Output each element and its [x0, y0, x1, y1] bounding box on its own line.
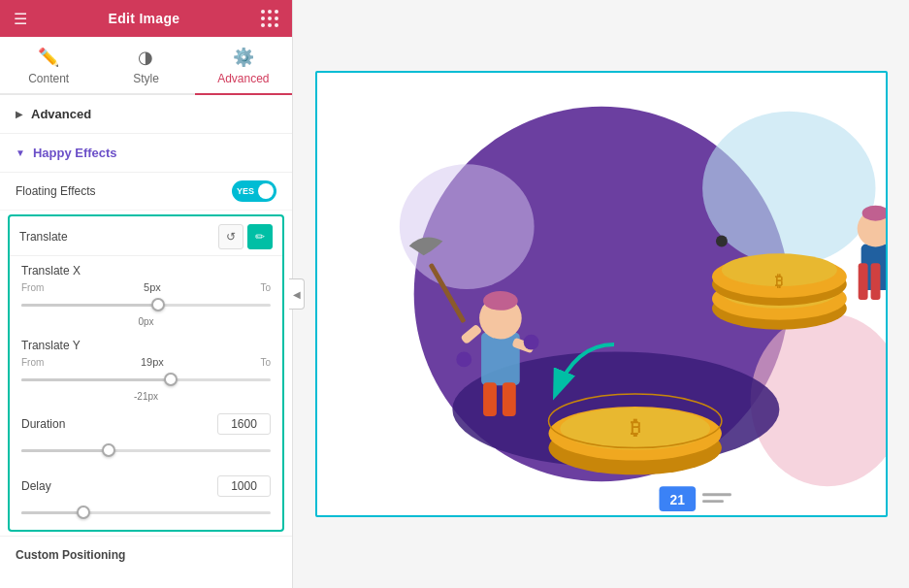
edit-icon: ✏ — [255, 230, 265, 244]
tabs-bar: ✏️ Content ◑ Style ⚙️ Advanced — [0, 37, 292, 95]
grid-icon[interactable] — [261, 10, 278, 27]
delay-thumb[interactable] — [77, 506, 90, 519]
translate-x-current: 0px — [21, 316, 271, 327]
right-area: ₿ ₿ — [293, 0, 909, 588]
svg-point-25 — [456, 351, 471, 367]
delay-track — [21, 511, 271, 514]
tab-style[interactable]: ◑ Style — [97, 37, 194, 95]
header: ☰ Edit Image — [0, 0, 292, 37]
translate-y-meta: From 19px To — [21, 356, 271, 368]
content-icon: ✏️ — [38, 47, 59, 68]
tab-content[interactable]: ✏️ Content — [0, 37, 97, 95]
happy-effects-label: Happy Effects — [33, 146, 117, 160]
advanced-section-header[interactable]: ▶ Advanced — [0, 95, 292, 134]
header-title: Edit Image — [109, 11, 180, 26]
toggle-yes-text: YES — [237, 186, 254, 196]
translate-y-thumb[interactable] — [164, 373, 178, 386]
happy-effects-chevron: ▼ — [16, 147, 25, 158]
happy-effects-header[interactable]: ▼ Happy Effects — [0, 134, 292, 173]
delay-row: Delay — [10, 468, 282, 501]
duration-label: Duration — [21, 417, 65, 431]
duration-input[interactable] — [217, 413, 271, 435]
svg-rect-37 — [870, 263, 880, 300]
translate-x-slider[interactable] — [21, 295, 271, 314]
translate-header: Translate ↺ ✏ — [10, 216, 282, 256]
translate-x-value: 5px — [144, 281, 161, 293]
advanced-icon: ⚙️ — [233, 47, 254, 68]
svg-text:₿: ₿ — [775, 273, 783, 289]
delay-slider-row — [10, 501, 282, 530]
svg-point-1 — [702, 112, 875, 266]
duration-fill — [21, 449, 109, 452]
custom-positioning-label: Custom Positioning — [16, 548, 125, 562]
translate-y-fill — [21, 378, 171, 381]
tab-content-label: Content — [28, 72, 69, 85]
floating-effects-toggle[interactable]: YES — [232, 180, 276, 202]
translate-y-section: Translate Y From 19px To -21px — [10, 331, 282, 406]
svg-rect-20 — [483, 382, 497, 416]
advanced-section-label: Advanced — [31, 107, 91, 121]
translate-y-track — [21, 378, 271, 381]
svg-point-46 — [715, 236, 727, 247]
translate-x-section: Translate X From 5px To 0px — [10, 256, 282, 331]
tab-style-label: Style — [133, 72, 159, 85]
delay-input[interactable] — [217, 475, 271, 497]
illustration-svg: ₿ ₿ — [317, 73, 886, 515]
svg-rect-36 — [858, 263, 867, 300]
svg-rect-50 — [702, 500, 724, 503]
translate-x-to: To — [260, 282, 271, 293]
custom-positioning-section[interactable]: Custom Positioning — [0, 536, 292, 573]
svg-rect-49 — [702, 493, 731, 496]
translate-reset-btn[interactable]: ↺ — [218, 224, 243, 249]
translate-x-meta: From 5px To — [21, 281, 271, 293]
left-panel: ☰ Edit Image ✏️ Content ◑ Style ⚙️ Advan… — [0, 0, 293, 588]
translate-box: Translate ↺ ✏ Translate X From 5px To — [8, 214, 284, 532]
image-canvas: ₿ ₿ — [315, 71, 888, 517]
svg-point-19 — [483, 291, 518, 310]
svg-text:₿: ₿ — [630, 417, 639, 439]
svg-point-3 — [399, 164, 534, 289]
style-icon: ◑ — [138, 47, 153, 68]
translate-x-from: From — [21, 282, 44, 293]
duration-thumb[interactable] — [102, 443, 115, 457]
translate-x-track — [21, 304, 271, 307]
advanced-chevron: ▶ — [16, 109, 23, 119]
translate-y-from: From — [21, 357, 44, 368]
translate-y-label: Translate Y — [21, 339, 271, 352]
delay-slider[interactable] — [21, 503, 271, 522]
tab-advanced-label: Advanced — [217, 72, 269, 85]
translate-x-thumb[interactable] — [151, 298, 165, 311]
svg-point-26 — [523, 335, 538, 350]
delay-fill — [21, 511, 83, 514]
translate-y-value: 19px — [141, 356, 164, 368]
translate-x-label: Translate X — [21, 264, 271, 278]
panel-content: ▶ Advanced ▼ Happy Effects Floating Effe… — [0, 95, 292, 588]
floating-effects-label: Floating Effects — [16, 184, 96, 198]
tab-advanced[interactable]: ⚙️ Advanced — [195, 37, 292, 95]
toggle-thumb — [258, 183, 274, 199]
translate-y-current: -21px — [21, 391, 271, 402]
svg-text:21: 21 — [669, 492, 685, 507]
menu-icon[interactable]: ☰ — [14, 10, 27, 28]
collapse-panel-btn[interactable]: ◀ — [289, 278, 293, 310]
duration-row: Duration — [10, 406, 282, 439]
translate-y-slider[interactable] — [21, 370, 271, 389]
translate-y-to: To — [260, 357, 271, 368]
floating-effects-row: Floating Effects YES — [0, 173, 292, 211]
duration-slider[interactable] — [21, 441, 271, 460]
translate-x-fill — [21, 304, 158, 307]
reset-icon: ↺ — [226, 230, 236, 244]
translate-title: Translate — [19, 230, 68, 244]
duration-slider-row — [10, 439, 282, 468]
delay-label: Delay — [21, 479, 51, 493]
svg-rect-21 — [502, 382, 515, 416]
translate-edit-btn[interactable]: ✏ — [247, 224, 273, 249]
translate-actions: ↺ ✏ — [218, 224, 273, 249]
duration-track — [21, 449, 271, 452]
